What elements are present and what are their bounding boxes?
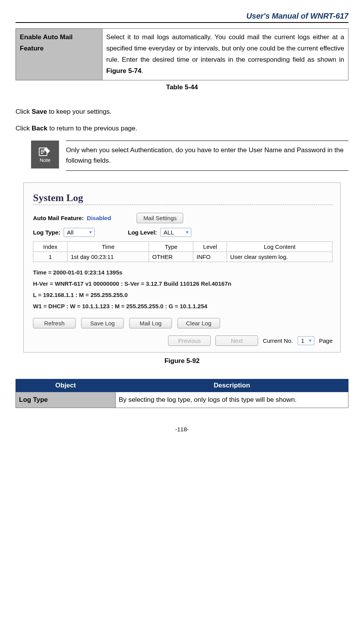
- desc-figure-ref: Figure 5-74: [106, 67, 142, 75]
- body-text-save: Click Save to keep your settings.: [16, 107, 348, 117]
- next-button[interactable]: Next: [215, 335, 258, 346]
- auto-mail-label: Auto Mail Feature:: [33, 215, 84, 221]
- clear-log-button[interactable]: Clear Log: [177, 318, 220, 328]
- current-no-value: 1: [301, 337, 304, 344]
- obj-cell: Log Type: [16, 392, 116, 408]
- table-row: Log Type By selecting the log type, only…: [16, 392, 348, 408]
- t: to return to the previous page.: [47, 125, 137, 132]
- log-table: Index Time Type Level Log Content 1 1st …: [33, 241, 333, 262]
- system-log-title: System Log: [33, 192, 333, 204]
- col-object-header: Object: [16, 379, 116, 392]
- t: Click: [16, 108, 32, 115]
- chevron-down-icon: ▼: [185, 230, 189, 234]
- t: to keep your settings.: [47, 108, 111, 115]
- body-text-back: Click Back to return to the previous pag…: [16, 123, 348, 134]
- log-level-value: ALL: [164, 229, 174, 236]
- header-rule: [16, 22, 348, 23]
- note-pencil-icon: [38, 146, 52, 156]
- auto-mail-row: Auto Mail Feature: Disabled Mail Setting…: [33, 213, 333, 223]
- note-block: Note Only when you select Authentication…: [31, 141, 348, 171]
- note-bottom-rule: [66, 170, 348, 171]
- col-level: Level: [193, 241, 227, 252]
- current-no-label: Current No.: [263, 337, 293, 344]
- action-button-row: Refresh Save Log Mail Log Clear Log: [33, 318, 333, 328]
- log-filters-row: Log Type: All ▼ Log Level: ALL ▼: [33, 228, 333, 237]
- note-icon: Note: [31, 141, 59, 168]
- page-header-title: User's Manual of WNRT-617: [16, 12, 348, 22]
- note-text: Only when you select Authentication, do …: [66, 145, 348, 166]
- previous-button[interactable]: Previous: [168, 335, 211, 346]
- log-level-label: Log Level:: [128, 229, 157, 236]
- log-type-value: All: [67, 229, 74, 236]
- mail-log-button[interactable]: Mail Log: [129, 318, 172, 328]
- desc-cell: By selecting the log type, only logs of …: [116, 392, 348, 408]
- page-suffix: Page: [319, 337, 333, 344]
- table-caption: Table 5-44: [16, 83, 348, 91]
- note-label: Note: [40, 157, 50, 163]
- col-content: Log Content: [227, 241, 333, 252]
- mail-settings-button[interactable]: Mail Settings: [137, 213, 183, 223]
- page-number: -118-: [16, 426, 348, 432]
- log-table-header: Index Time Type Level Log Content: [33, 241, 333, 252]
- log-type-select[interactable]: All ▼: [64, 228, 95, 237]
- chevron-down-icon: ▼: [88, 230, 93, 234]
- save-log-button[interactable]: Save Log: [81, 318, 124, 328]
- figure-caption: Figure 5-92: [16, 357, 348, 365]
- desc-text: Select it to mail logs automatically. Yo…: [106, 33, 344, 63]
- current-no-select[interactable]: 1 ▼: [298, 336, 314, 345]
- back-word: Back: [32, 125, 48, 132]
- object-description-table: Object Description Log Type By selecting…: [16, 379, 348, 408]
- info-time: Time = 2000-01-01 0:23:14 1395s: [33, 269, 333, 276]
- cell-type: OTHER: [149, 252, 193, 262]
- system-log-divider: [33, 205, 333, 205]
- table-row: 1 1st day 00:23:11 OTHER INFO User clear…: [33, 252, 333, 262]
- cell-time: 1st day 00:23:11: [68, 252, 149, 262]
- log-level-select[interactable]: ALL ▼: [160, 228, 191, 237]
- info-hver: H-Ver = WNRT-617 v1 00000000 : S-Ver = 3…: [33, 280, 333, 287]
- col-time: Time: [68, 241, 149, 252]
- cell-content: User clear system log.: [227, 252, 333, 262]
- chevron-down-icon: ▼: [308, 338, 312, 343]
- col-type: Type: [149, 241, 193, 252]
- t: Click: [16, 125, 32, 132]
- enable-auto-mail-table: Enable Auto Mail Feature Select it to ma…: [16, 28, 348, 80]
- cell-index: 1: [33, 252, 68, 262]
- note-text-wrap: Only when you select Authentication, do …: [66, 141, 348, 171]
- log-type-label: Log Type:: [33, 229, 61, 236]
- system-log-figure: System Log Auto Mail Feature: Disabled M…: [23, 182, 341, 353]
- save-word: Save: [32, 108, 47, 115]
- refresh-button[interactable]: Refresh: [33, 318, 76, 328]
- table-desc-cell: Select it to mail logs automatically. Yo…: [102, 29, 348, 80]
- pager-row: Previous Next Current No. 1 ▼ Page: [33, 335, 333, 346]
- info-wan: W1 = DHCP : W = 10.1.1.123 : M = 255.255…: [33, 303, 333, 309]
- col-index: Index: [33, 241, 68, 252]
- table-object-cell: Enable Auto Mail Feature: [16, 29, 102, 80]
- col-description-header: Description: [116, 379, 348, 392]
- auto-mail-value: Disabled: [87, 215, 111, 221]
- desc-suffix: .: [142, 67, 144, 75]
- cell-level: INFO: [193, 252, 227, 262]
- note-top-rule: [66, 141, 348, 141]
- info-lan: L = 192.168.1.1 : M = 255.255.255.0: [33, 292, 333, 298]
